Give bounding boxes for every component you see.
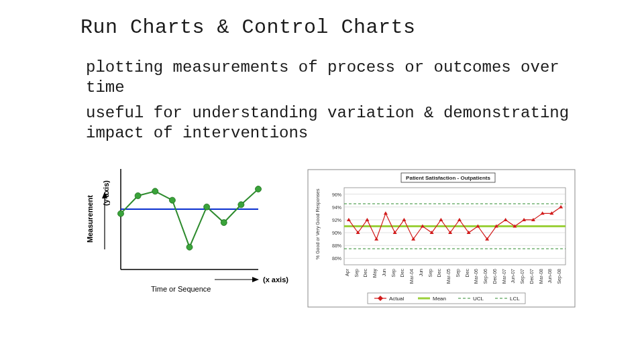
charts-row: Measurement (y axis) Ti <box>80 149 617 310</box>
x-arrow-head <box>252 277 259 282</box>
svg-text:Dec-07: Dec-07 <box>529 269 534 284</box>
svg-text:Dec: Dec <box>400 269 405 278</box>
svg-text:94%: 94% <box>332 205 341 210</box>
body-line-2: useful for understanding variation & dem… <box>80 103 617 143</box>
legend-mean: Mean <box>433 296 446 302</box>
svg-text:Apr: Apr <box>345 268 350 276</box>
run-chart-ylabel-note: (y axis) <box>102 180 110 206</box>
svg-text:Dec: Dec <box>437 269 441 278</box>
legend-ucl: UCL <box>473 296 484 302</box>
svg-text:Mar-08: Mar-08 <box>539 269 543 284</box>
control-chart-plot: 86%88%90%92%94%96% AprSepDecMayJunSepDec… <box>332 188 566 284</box>
run-chart-point <box>152 188 158 194</box>
run-chart-xlabel-note: (x axis) <box>263 276 288 284</box>
run-chart-ylabel: Measurement <box>86 195 94 243</box>
svg-text:Sep-06: Sep-06 <box>483 269 488 284</box>
body-line-1: plotting measurements of process or outc… <box>80 58 617 98</box>
svg-text:90%: 90% <box>332 231 341 235</box>
run-chart-points <box>118 186 262 251</box>
svg-text:Dec-06: Dec-06 <box>492 269 497 284</box>
run-chart: Measurement (y axis) Ti <box>80 149 288 300</box>
run-chart-point <box>256 186 262 192</box>
control-chart-title: Patient Satisfaction - Outpatients <box>406 175 490 181</box>
svg-text:Sep: Sep <box>391 269 396 278</box>
svg-text:Jun-07: Jun-07 <box>511 269 515 284</box>
run-chart-point <box>221 220 227 226</box>
svg-text:Dec: Dec <box>363 269 368 278</box>
control-chart: Patient Satisfaction - Outpatients 86%88… <box>307 169 576 310</box>
svg-text:Dec: Dec <box>465 269 470 278</box>
svg-text:92%: 92% <box>332 218 341 223</box>
run-chart-point <box>186 244 193 250</box>
svg-text:Mar-05: Mar-05 <box>446 269 451 284</box>
svg-text:May: May <box>372 269 378 278</box>
control-chart-ylabel: % Good or Very Good Responses <box>315 188 321 259</box>
run-chart-point <box>135 193 141 199</box>
run-chart-point <box>118 210 124 217</box>
slide: Run Charts & Control Charts plotting mea… <box>0 0 644 362</box>
svg-text:Mar-04: Mar-04 <box>409 269 414 284</box>
run-chart-axes <box>121 169 258 269</box>
run-chart-point <box>169 197 175 203</box>
svg-text:Sep-08: Sep-08 <box>557 269 562 284</box>
control-chart-xticks: AprSepDecMayJunSepDecMar-04JunSepDecMar-… <box>345 268 562 284</box>
svg-text:Sep: Sep <box>428 269 433 278</box>
page-title: Run Charts & Control Charts <box>80 16 617 39</box>
run-chart-svg: Measurement (y axis) Ti <box>80 149 288 300</box>
svg-text:Sep-07: Sep-07 <box>520 269 525 284</box>
svg-text:Jun-08: Jun-08 <box>547 269 552 284</box>
legend-lcl: LCL <box>510 296 520 302</box>
svg-text:Mar-07: Mar-07 <box>502 269 506 284</box>
run-chart-xlabel: Time or Sequence <box>151 285 211 293</box>
svg-text:88%: 88% <box>332 243 341 248</box>
svg-text:Jun: Jun <box>419 269 423 276</box>
control-chart-svg: Patient Satisfaction - Outpatients 86%88… <box>307 169 576 310</box>
svg-text:96%: 96% <box>332 192 341 197</box>
svg-text:86%: 86% <box>332 256 341 261</box>
svg-text:Sep: Sep <box>455 269 461 278</box>
svg-text:Jun: Jun <box>382 269 386 276</box>
run-chart-point <box>238 202 244 208</box>
legend-actual: Actual <box>389 296 404 302</box>
svg-text:Mar-06: Mar-06 <box>474 269 478 284</box>
svg-text:Sep: Sep <box>354 269 360 278</box>
control-chart-legend: Actual Mean UCL LCL <box>368 293 525 304</box>
run-chart-point <box>204 204 210 210</box>
run-chart-line <box>121 189 258 247</box>
